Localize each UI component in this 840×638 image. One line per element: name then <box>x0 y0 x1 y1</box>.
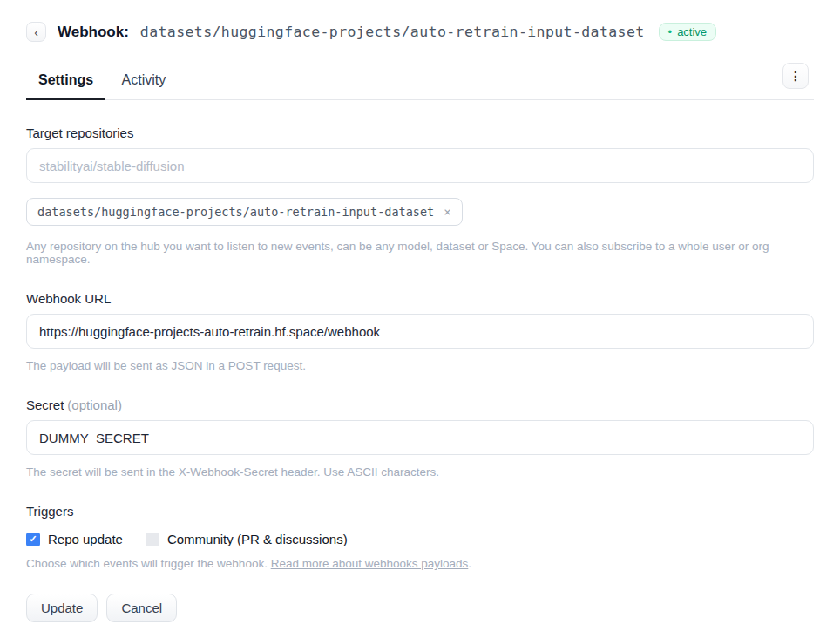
checkbox-icon[interactable]: ✓ <box>26 533 40 546</box>
secret-label: Secret(optional) <box>26 397 814 412</box>
checkbox-icon[interactable]: ✓ <box>146 533 159 546</box>
secret-optional-label: (optional) <box>67 397 122 412</box>
checkbox-community-label: Community (PR & discussions) <box>167 532 348 546</box>
triggers-section: Triggers ✓ Repo update ✓ Community (PR &… <box>26 504 814 570</box>
tab-bar: Settings Activity ⋮ <box>26 69 814 100</box>
webhook-repo-path: datasets/huggingface-projects/auto-retra… <box>140 24 645 40</box>
tab-settings[interactable]: Settings <box>26 69 105 100</box>
check-icon: ✓ <box>29 534 37 544</box>
secret-help: The secret will be sent in the X-Webhook… <box>26 465 814 478</box>
update-button[interactable]: Update <box>26 594 98 622</box>
secret-input[interactable] <box>26 420 814 455</box>
webhook-url-label: Webhook URL <box>26 291 814 306</box>
checkbox-repo-update[interactable]: ✓ Repo update <box>26 532 123 546</box>
target-repository-tag-label: datasets/huggingface-projects/auto-retra… <box>37 205 434 219</box>
page-header: ‹ Webhook: datasets/huggingface-projects… <box>26 22 814 42</box>
kebab-menu-icon: ⋮ <box>789 69 802 83</box>
target-repository-tag[interactable]: datasets/huggingface-projects/auto-retra… <box>26 198 463 226</box>
more-options-button[interactable]: ⋮ <box>782 63 809 89</box>
page-title: Webhook: <box>58 24 129 41</box>
checkbox-repo-update-label: Repo update <box>48 532 123 546</box>
triggers-options: ✓ Repo update ✓ Community (PR & discussi… <box>26 532 814 546</box>
triggers-help: Choose which events will trigger the web… <box>26 557 814 570</box>
webhook-url-input[interactable] <box>26 314 814 349</box>
checkbox-community[interactable]: ✓ Community (PR & discussions) <box>146 532 348 546</box>
target-repositories-input[interactable] <box>26 148 814 183</box>
webhook-url-section: Webhook URL The payload will be sent as … <box>26 291 814 372</box>
back-button[interactable]: ‹ <box>26 22 46 42</box>
target-repositories-section: Target repositories datasets/huggingface… <box>26 126 814 266</box>
chevron-left-icon: ‹ <box>34 26 38 38</box>
webhooks-payloads-link[interactable]: Read more about webhooks payloads <box>271 557 469 570</box>
cancel-button[interactable]: Cancel <box>106 594 177 622</box>
status-badge-label: active <box>677 25 707 38</box>
status-badge: • active <box>659 23 717 41</box>
settings-form: Target repositories datasets/huggingface… <box>0 126 840 622</box>
remove-tag-icon[interactable]: × <box>444 206 450 218</box>
status-dot-icon: • <box>668 26 673 37</box>
triggers-label: Triggers <box>26 504 814 519</box>
tab-activity[interactable]: Activity <box>110 69 179 98</box>
secret-section: Secret(optional) The secret will be sent… <box>26 397 814 478</box>
target-repositories-help: Any repository on the hub you want to li… <box>26 240 814 266</box>
target-repositories-label: Target repositories <box>26 126 814 140</box>
webhook-url-help: The payload will be sent as JSON in a PO… <box>26 359 814 372</box>
form-actions: Update Cancel <box>26 594 814 622</box>
